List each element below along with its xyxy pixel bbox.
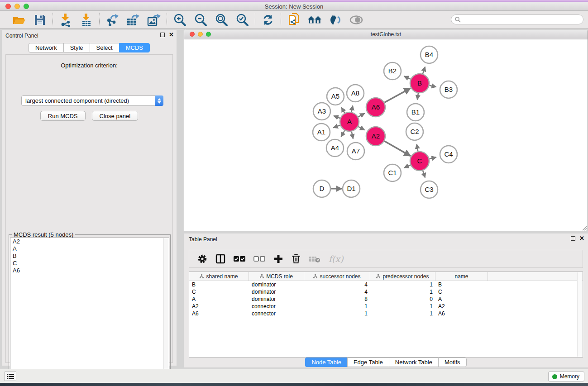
graph-node-A5[interactable]: A5 xyxy=(327,88,344,105)
close-panel-button[interactable]: Close panel xyxy=(92,111,139,121)
graph-node-C3[interactable]: C3 xyxy=(421,181,438,198)
graph-node-D[interactable]: D xyxy=(313,180,330,197)
export-image-icon[interactable] xyxy=(147,13,161,27)
table-row[interactable]: A2connector11A2 xyxy=(189,303,583,310)
table-float-panel-icon[interactable] xyxy=(571,236,575,241)
table-cell[interactable]: 4 xyxy=(304,281,370,288)
graph-edge-B-B2[interactable] xyxy=(404,76,411,79)
mcds-result-item[interactable]: B xyxy=(10,253,169,260)
graph-edge-A-A8[interactable] xyxy=(351,105,353,112)
graph-edge-A-A4[interactable] xyxy=(341,130,345,137)
tab-motifs[interactable]: Motifs xyxy=(438,357,467,367)
graph-node-A8[interactable]: A8 xyxy=(347,85,364,102)
mcds-result-list[interactable]: A2ABCA6 xyxy=(10,238,169,384)
table-scrollbar[interactable] xyxy=(577,272,582,357)
graph-node-A6[interactable]: A6 xyxy=(366,98,385,117)
deselect-all-icon[interactable] xyxy=(253,256,265,262)
mcds-result-item[interactable]: C xyxy=(10,260,169,267)
tab-edge-table[interactable]: Edge Table xyxy=(347,357,389,367)
tab-network[interactable]: Network xyxy=(29,43,63,52)
graph-edge-A6-B[interactable] xyxy=(384,88,411,102)
task-history-button[interactable] xyxy=(5,372,16,381)
table-cell[interactable]: 1 xyxy=(370,310,435,317)
add-column-icon[interactable] xyxy=(273,254,283,264)
table-cell[interactable]: 1 xyxy=(304,310,370,317)
refresh-icon[interactable] xyxy=(261,13,275,27)
graph-node-A7[interactable]: A7 xyxy=(347,143,364,160)
graph-edge-A2-C[interactable] xyxy=(384,141,411,156)
visual-style-icon[interactable] xyxy=(328,13,343,27)
network-canvas[interactable]: B4B2BB3A5A8A6A3AB1A1A2C2A4A7C4CC1DD1C3 xyxy=(184,39,588,231)
table-cell[interactable]: 4 xyxy=(304,289,370,295)
graph-edge-B-B4[interactable] xyxy=(423,67,425,74)
graph-edge-A-A3[interactable] xyxy=(334,116,340,118)
search-input[interactable] xyxy=(461,16,583,23)
table-cell[interactable]: A2 xyxy=(189,303,249,310)
table-row[interactable]: Adominator80A xyxy=(189,295,583,303)
import-network-icon[interactable] xyxy=(58,13,73,27)
optimization-criterion-dropdown[interactable]: largest connected component (directed) xyxy=(21,95,163,106)
graph-node-C2[interactable]: C2 xyxy=(406,123,423,140)
search-field[interactable] xyxy=(451,14,583,24)
zoom-selected-icon[interactable] xyxy=(235,13,249,27)
table-cell[interactable]: connector xyxy=(249,303,304,310)
table-cell[interactable]: C xyxy=(189,289,249,295)
graph-edge-A-A2[interactable] xyxy=(358,127,364,130)
graph-node-B[interactable]: B xyxy=(410,74,429,93)
tab-style[interactable]: Style xyxy=(63,43,90,52)
graph-edge-A-A1[interactable] xyxy=(333,125,340,128)
graph-edge-A-A5[interactable] xyxy=(342,107,345,113)
column-header-successor-nodes[interactable]: successor nodes xyxy=(304,272,370,281)
table-row[interactable]: Cdominator41C xyxy=(189,288,583,295)
zoom-fit-icon[interactable] xyxy=(214,13,229,27)
column-header-name[interactable]: name xyxy=(435,272,488,281)
table-cell[interactable]: 1 xyxy=(304,303,370,310)
table-cell[interactable]: 1 xyxy=(370,281,435,288)
graph-edge-C-C2[interactable] xyxy=(417,144,418,152)
graph-edge-A-A7[interactable] xyxy=(352,132,353,139)
table-close-panel-icon[interactable]: ✕ xyxy=(579,236,584,241)
column-header-shared-name[interactable]: shared name xyxy=(189,272,249,281)
graph-edge-C-C4[interactable] xyxy=(429,157,436,159)
graph-node-A3[interactable]: A3 xyxy=(313,103,330,120)
column-header-predecessor-nodes[interactable]: predecessor nodes xyxy=(370,272,435,281)
graph-node-C4[interactable]: C4 xyxy=(440,146,457,163)
delete-table-icon[interactable] xyxy=(309,255,320,263)
table-cell[interactable]: dominator xyxy=(249,281,304,288)
column-layout-icon[interactable] xyxy=(215,254,225,264)
graph-node-A2[interactable]: A2 xyxy=(366,127,385,146)
graph-node-A1[interactable]: A1 xyxy=(313,124,330,141)
window-resize-grip[interactable] xyxy=(581,224,587,231)
tab-network-table[interactable]: Network Table xyxy=(389,357,438,367)
import-table-icon[interactable] xyxy=(79,13,94,27)
graph-node-C1[interactable]: C1 xyxy=(384,164,401,181)
table-cell[interactable]: 8 xyxy=(304,296,370,302)
graph-edge-A-A6[interactable] xyxy=(358,114,364,117)
float-panel-icon[interactable] xyxy=(160,33,165,37)
graph-node-B3[interactable]: B3 xyxy=(440,81,457,98)
memory-button[interactable]: Memory xyxy=(548,372,584,381)
mcds-result-item[interactable]: A xyxy=(10,245,169,253)
mcds-result-item[interactable]: A6 xyxy=(10,267,169,274)
close-panel-icon[interactable]: ✕ xyxy=(169,33,174,37)
table-row[interactable]: Bdominator41B xyxy=(189,281,583,288)
function-builder-icon[interactable]: f(x) xyxy=(329,254,344,264)
table-row[interactable]: A6connector11A6 xyxy=(189,310,583,317)
table-cell[interactable]: 1 xyxy=(370,303,435,310)
network-window-titlebar[interactable]: testGlobe.txt xyxy=(184,29,588,39)
home-icon[interactable] xyxy=(307,13,322,27)
tab-select[interactable]: Select xyxy=(90,43,119,52)
table-cell[interactable]: A xyxy=(189,296,249,302)
copy-network-icon[interactable] xyxy=(287,13,301,27)
table-cell[interactable]: A2 xyxy=(435,303,488,310)
open-folder-icon[interactable] xyxy=(12,13,26,27)
show-hide-icon[interactable] xyxy=(349,13,363,27)
graph-edge-B-B1[interactable] xyxy=(417,93,418,100)
graph-edge-C-C1[interactable] xyxy=(404,165,411,168)
table-cell[interactable]: A xyxy=(435,296,488,302)
table-cell[interactable]: B xyxy=(189,281,249,288)
graph-node-B1[interactable]: B1 xyxy=(407,104,424,121)
graph-node-B2[interactable]: B2 xyxy=(384,62,401,80)
table-cell[interactable]: dominator xyxy=(249,296,304,302)
settings-gear-icon[interactable] xyxy=(197,254,207,264)
